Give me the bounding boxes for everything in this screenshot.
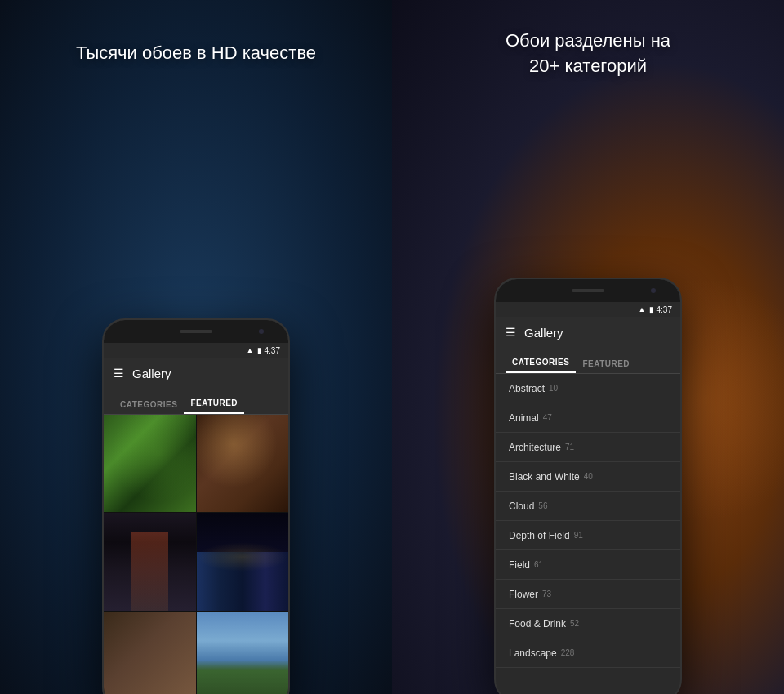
category-name: Animal <box>509 412 539 424</box>
category-name: Food & Drink <box>509 618 566 629</box>
right-panel: Обои разделены на 20+ категорий ▲ ▮ 4:37… <box>392 0 784 694</box>
category-item[interactable]: Abstract10 <box>496 374 680 403</box>
category-item[interactable]: Landscape228 <box>496 638 680 668</box>
category-name: Landscape <box>509 647 557 659</box>
category-item[interactable]: Flower73 <box>496 580 680 609</box>
left-panel: Тысячи обоев в HD качестве ▲ ▮ 4:37 ☰ Ga… <box>0 0 392 694</box>
right-screen-content: Abstract10Animal47Architecture71Black an… <box>496 374 680 694</box>
category-name: Depth of Field <box>509 530 570 541</box>
left-title: Тысячи обоев в HD качестве <box>24 41 368 66</box>
category-item[interactable]: Cloud56 <box>496 492 680 521</box>
tab-featured-right[interactable]: FEATURED <box>576 359 636 373</box>
right-speaker <box>572 289 604 292</box>
gallery-cell-2[interactable] <box>197 415 289 512</box>
left-tabs: CATEGORIES FEATURED <box>104 389 288 415</box>
right-phone-top <box>496 279 680 302</box>
gallery-cell-3[interactable] <box>104 513 196 610</box>
left-phone-top <box>104 320 288 343</box>
category-count: 10 <box>549 384 558 393</box>
right-status-time: 4:37 <box>657 305 672 314</box>
right-status-bar: ▲ ▮ 4:37 <box>496 302 680 317</box>
camera <box>259 329 264 334</box>
left-status-bar: ▲ ▮ 4:37 <box>104 343 288 358</box>
categories-list: Abstract10Animal47Architecture71Black an… <box>496 374 680 694</box>
category-count: 71 <box>565 443 574 452</box>
gallery-cell-5[interactable] <box>104 612 196 694</box>
category-item[interactable]: Black and White40 <box>496 462 680 492</box>
category-count: 228 <box>561 648 575 657</box>
right-app-bar: ☰ Gallery <box>496 317 680 348</box>
category-name: Abstract <box>509 383 545 394</box>
left-phone-screen: ▲ ▮ 4:37 ☰ Gallery CATEGORIES FEATURED <box>104 320 288 694</box>
left-status-time: 4:37 <box>265 346 280 355</box>
category-name: Cloud <box>509 500 534 512</box>
gallery-cell-1[interactable] <box>104 415 196 512</box>
right-tabs: CATEGORIES FEATURED <box>496 348 680 374</box>
category-name: Flower <box>509 589 538 600</box>
right-signal-icon: ▲ <box>639 305 646 314</box>
tab-categories-left[interactable]: CATEGORIES <box>114 400 184 414</box>
category-item[interactable]: Animal47 <box>496 403 680 433</box>
category-name: Black and White <box>509 471 580 483</box>
right-phone: ▲ ▮ 4:37 ☰ Gallery CATEGORIES FEATURED A… <box>494 278 682 694</box>
category-count: 40 <box>584 472 593 481</box>
category-count: 52 <box>570 619 579 628</box>
speaker <box>180 330 212 333</box>
signal-icon: ▲ <box>247 346 254 354</box>
gallery-cell-6[interactable] <box>197 612 289 694</box>
category-item[interactable]: Food & Drink52 <box>496 609 680 638</box>
category-item[interactable]: Depth of Field91 <box>496 521 680 550</box>
category-count: 61 <box>534 560 543 569</box>
right-app-title: Gallery <box>524 326 564 340</box>
category-count: 56 <box>538 501 547 510</box>
right-phone-screen: ▲ ▮ 4:37 ☰ Gallery CATEGORIES FEATURED A… <box>496 279 680 694</box>
category-name: Architecture <box>509 442 561 453</box>
category-count: 73 <box>542 589 551 598</box>
right-title: Обои разделены на 20+ категорий <box>408 29 768 79</box>
category-name: Field <box>509 559 530 571</box>
left-phone: ▲ ▮ 4:37 ☰ Gallery CATEGORIES FEATURED <box>102 318 290 694</box>
tab-categories-right[interactable]: CATEGORIES <box>506 358 576 373</box>
category-count: 47 <box>543 413 552 422</box>
right-menu-icon[interactable]: ☰ <box>506 327 516 338</box>
left-app-bar: ☰ Gallery <box>104 358 288 389</box>
battery-icon: ▮ <box>257 346 261 354</box>
right-battery-icon: ▮ <box>649 305 653 314</box>
gallery-grid <box>104 415 288 694</box>
tab-featured-left[interactable]: FEATURED <box>184 398 244 414</box>
gallery-cell-4[interactable] <box>197 513 289 610</box>
category-item[interactable]: Architecture71 <box>496 433 680 462</box>
menu-icon[interactable]: ☰ <box>114 367 124 379</box>
category-item[interactable]: Field61 <box>496 550 680 580</box>
category-count: 91 <box>574 531 583 540</box>
right-camera <box>651 288 656 293</box>
left-app-title: Gallery <box>132 367 172 380</box>
